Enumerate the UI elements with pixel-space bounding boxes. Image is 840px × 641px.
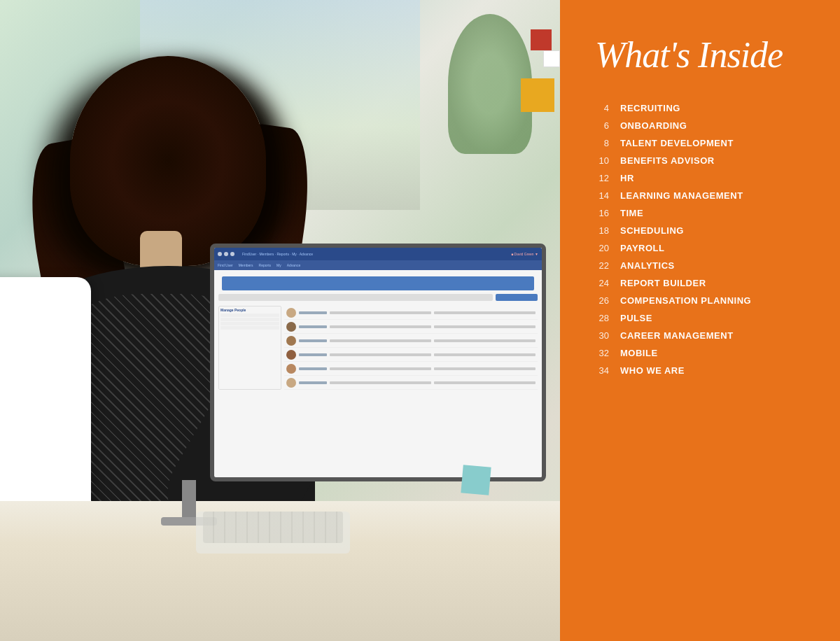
toc-page-number: 18 — [595, 225, 609, 236]
whats-inside-title: What's Inside — [595, 35, 812, 75]
toc-item: 30CAREER MANAGEMENT — [595, 330, 812, 341]
toc-section-label: RECRUITING — [620, 103, 680, 113]
toc-item: 10BENEFITS ADVISOR — [595, 155, 812, 166]
toc-item: 24REPORT BUILDER — [595, 278, 812, 288]
toc-section-label: TALENT DEVELOPMENT — [620, 138, 734, 148]
bg-plants — [448, 14, 532, 154]
toc-section-label: CAREER MANAGEMENT — [620, 330, 734, 341]
toc-section-label: HR — [620, 173, 634, 183]
toc-section-label: COMPENSATION PLANNING — [620, 295, 751, 306]
toc-page-number: 26 — [595, 295, 609, 306]
monitor-screen: FindUser · Members · Reports · My · Adva… — [210, 244, 546, 481]
toc-section-label: SCHEDULING — [620, 225, 684, 236]
toc-item: 26COMPENSATION PLANNING — [595, 295, 812, 306]
toc-page-number: 16 — [595, 208, 609, 218]
toc-item: 18SCHEDULING — [595, 225, 812, 236]
toc-page-number: 32 — [595, 348, 609, 358]
toc-page-number: 24 — [595, 278, 609, 288]
toc-item: 6ONBOARDING — [595, 120, 812, 131]
toc-page-number: 30 — [595, 330, 609, 341]
toc-section-label: TIME — [620, 208, 643, 218]
toc-page-number: 34 — [595, 365, 609, 376]
toc-item: 34WHO WE ARE — [595, 365, 812, 376]
toc-section-label: MOBILE — [620, 348, 658, 358]
toc-item: 4RECRUITING — [595, 103, 812, 113]
toc-section-label: LEARNING MANAGEMENT — [620, 190, 743, 201]
deco-white-square — [543, 50, 560, 67]
deco-red-square — [531, 29, 552, 50]
deco-gold-square — [521, 78, 554, 112]
toc-section-label: PAYROLL — [620, 243, 664, 253]
toc-item: 20PAYROLL — [595, 243, 812, 253]
toc-page-number: 28 — [595, 313, 609, 323]
toc-section-label: REPORT BUILDER — [620, 278, 706, 288]
photo-scene: FindUser · Members · Reports · My · Adva… — [0, 0, 574, 641]
toc-page-number: 4 — [595, 103, 609, 113]
photo-background: FindUser · Members · Reports · My · Adva… — [0, 0, 574, 641]
toc-item: 22ANALYTICS — [595, 260, 812, 271]
toc-page-number: 8 — [595, 138, 609, 148]
keyboard-keys — [203, 512, 343, 543]
toc-section-label: BENEFITS ADVISOR — [620, 155, 715, 166]
toc-page-number: 10 — [595, 155, 609, 166]
toc-section-label: PULSE — [620, 313, 652, 323]
monitor-content: FindUser · Members · Reports · My · Adva… — [214, 248, 542, 477]
right-panel: What's Inside 4RECRUITING6ONBOARDING8TAL… — [560, 0, 840, 641]
toc-list: 4RECRUITING6ONBOARDING8TALENT DEVELOPMEN… — [595, 103, 812, 376]
toc-page-number: 20 — [595, 243, 609, 253]
toc-item: 8TALENT DEVELOPMENT — [595, 138, 812, 148]
toc-item: 14LEARNING MANAGEMENT — [595, 190, 812, 201]
toc-item: 16TIME — [595, 208, 812, 218]
toc-item: 32MOBILE — [595, 348, 812, 358]
toc-section-label: ONBOARDING — [620, 120, 687, 131]
toc-section-label: ANALYTICS — [620, 260, 675, 271]
desk-sticky-note — [461, 465, 491, 495]
toc-page-number: 22 — [595, 260, 609, 271]
toc-section-label: WHO WE ARE — [620, 365, 685, 376]
toc-page-number: 6 — [595, 120, 609, 131]
toc-page-number: 14 — [595, 190, 609, 201]
toc-page-number: 12 — [595, 173, 609, 183]
monitor-stand — [182, 480, 196, 522]
toc-item: 28PULSE — [595, 313, 812, 323]
toc-item: 12HR — [595, 173, 812, 183]
